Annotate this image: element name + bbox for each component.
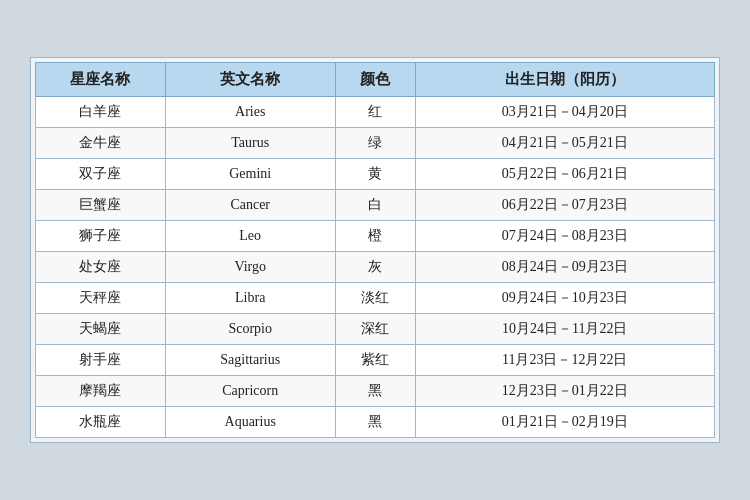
header-color: 颜色: [335, 63, 415, 97]
table-row: 天蝎座Scorpio深红10月24日－11月22日: [36, 314, 715, 345]
cell-en: Libra: [165, 283, 335, 314]
table-row: 狮子座Leo橙07月24日－08月23日: [36, 221, 715, 252]
cell-date: 08月24日－09月23日: [415, 252, 714, 283]
table-row: 水瓶座Aquarius黑01月21日－02月19日: [36, 407, 715, 438]
cell-en: Aquarius: [165, 407, 335, 438]
cell-zh: 水瓶座: [36, 407, 166, 438]
cell-zh: 射手座: [36, 345, 166, 376]
cell-date: 11月23日－12月22日: [415, 345, 714, 376]
header-zh: 星座名称: [36, 63, 166, 97]
cell-en: Cancer: [165, 190, 335, 221]
cell-date: 10月24日－11月22日: [415, 314, 714, 345]
cell-color: 红: [335, 97, 415, 128]
table-header-row: 星座名称 英文名称 颜色 出生日期（阳历）: [36, 63, 715, 97]
cell-zh: 巨蟹座: [36, 190, 166, 221]
zodiac-table: 星座名称 英文名称 颜色 出生日期（阳历） 白羊座Aries红03月21日－04…: [35, 62, 715, 438]
cell-date: 07月24日－08月23日: [415, 221, 714, 252]
header-date: 出生日期（阳历）: [415, 63, 714, 97]
cell-date: 03月21日－04月20日: [415, 97, 714, 128]
table-row: 巨蟹座Cancer白06月22日－07月23日: [36, 190, 715, 221]
table-row: 双子座Gemini黄05月22日－06月21日: [36, 159, 715, 190]
header-en: 英文名称: [165, 63, 335, 97]
cell-en: Gemini: [165, 159, 335, 190]
cell-color: 深红: [335, 314, 415, 345]
cell-en: Scorpio: [165, 314, 335, 345]
cell-en: Taurus: [165, 128, 335, 159]
table-row: 金牛座Taurus绿04月21日－05月21日: [36, 128, 715, 159]
cell-color: 淡红: [335, 283, 415, 314]
cell-date: 06月22日－07月23日: [415, 190, 714, 221]
cell-date: 01月21日－02月19日: [415, 407, 714, 438]
table-row: 摩羯座Capricorn黑12月23日－01月22日: [36, 376, 715, 407]
cell-zh: 天秤座: [36, 283, 166, 314]
cell-color: 灰: [335, 252, 415, 283]
cell-date: 09月24日－10月23日: [415, 283, 714, 314]
cell-color: 黑: [335, 407, 415, 438]
cell-color: 绿: [335, 128, 415, 159]
cell-color: 紫红: [335, 345, 415, 376]
table-row: 白羊座Aries红03月21日－04月20日: [36, 97, 715, 128]
table-row: 天秤座Libra淡红09月24日－10月23日: [36, 283, 715, 314]
cell-en: Aries: [165, 97, 335, 128]
table-row: 射手座Sagittarius紫红11月23日－12月22日: [36, 345, 715, 376]
cell-zh: 白羊座: [36, 97, 166, 128]
cell-date: 12月23日－01月22日: [415, 376, 714, 407]
cell-en: Sagittarius: [165, 345, 335, 376]
table-row: 处女座Virgo灰08月24日－09月23日: [36, 252, 715, 283]
cell-zh: 天蝎座: [36, 314, 166, 345]
cell-color: 橙: [335, 221, 415, 252]
cell-color: 黑: [335, 376, 415, 407]
cell-zh: 摩羯座: [36, 376, 166, 407]
cell-zh: 狮子座: [36, 221, 166, 252]
cell-zh: 处女座: [36, 252, 166, 283]
cell-color: 黄: [335, 159, 415, 190]
cell-date: 05月22日－06月21日: [415, 159, 714, 190]
cell-zh: 金牛座: [36, 128, 166, 159]
zodiac-table-container: 星座名称 英文名称 颜色 出生日期（阳历） 白羊座Aries红03月21日－04…: [30, 57, 720, 443]
cell-zh: 双子座: [36, 159, 166, 190]
cell-en: Virgo: [165, 252, 335, 283]
cell-en: Capricorn: [165, 376, 335, 407]
cell-date: 04月21日－05月21日: [415, 128, 714, 159]
cell-en: Leo: [165, 221, 335, 252]
cell-color: 白: [335, 190, 415, 221]
